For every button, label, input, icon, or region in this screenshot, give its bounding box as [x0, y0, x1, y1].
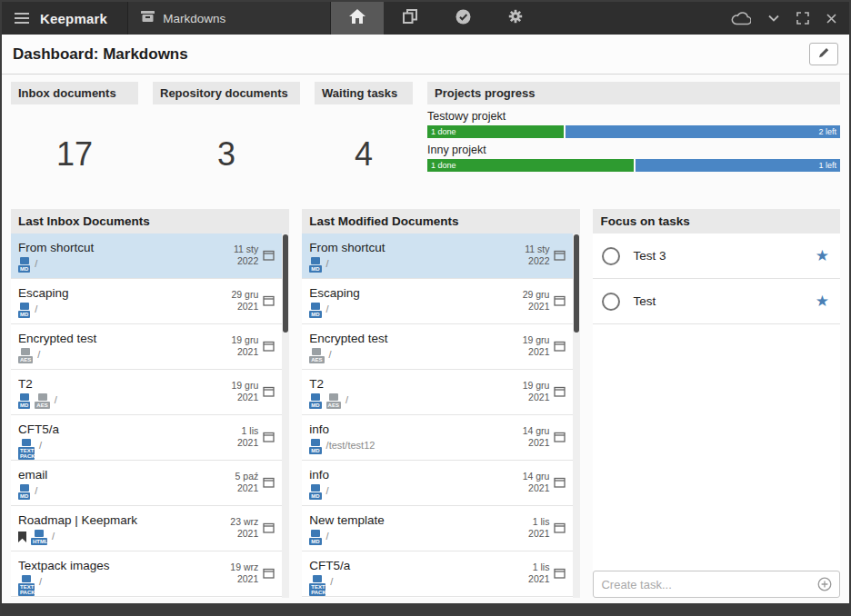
- open-in-window-icon[interactable]: [263, 295, 275, 306]
- scrollbar-thumb[interactable]: [574, 234, 579, 333]
- document-row[interactable]: T2MDAES/19 gru2021: [11, 370, 289, 415]
- dashboard-columns: Last Inbox Documents From shortcutMD/11 …: [2, 202, 849, 603]
- nav-tasks-button[interactable]: [436, 2, 489, 35]
- menu-icon[interactable]: [2, 13, 40, 24]
- document-row[interactable]: EscapingMD/29 gru2021: [302, 279, 580, 324]
- filetype-md-icon: MD: [309, 393, 321, 409]
- filetype-aes-icon: AES: [309, 348, 324, 363]
- document-title: New template: [309, 513, 528, 527]
- document-row[interactable]: New templateMD/1 lis2021: [302, 506, 580, 551]
- open-in-window-icon[interactable]: [554, 568, 566, 579]
- scrollbar-thumb[interactable]: [283, 234, 288, 333]
- open-in-window-icon[interactable]: [263, 341, 275, 352]
- stat-repository-documents: Repository documents 3: [153, 82, 300, 202]
- document-date: 5 paź2021: [235, 471, 259, 494]
- file-icon: [313, 575, 322, 582]
- document-path: /: [35, 303, 37, 314]
- document-path: /: [37, 349, 40, 360]
- workspace-tab-label: Markdowns: [163, 12, 225, 25]
- task-checkbox[interactable]: [602, 247, 620, 265]
- workspace-tab-markdowns[interactable]: Markdowns: [127, 2, 331, 35]
- filetype-html-icon: HTML: [31, 530, 47, 545]
- maximize-icon[interactable]: [796, 12, 809, 25]
- open-in-window-icon[interactable]: [554, 477, 566, 488]
- app-title: Keepmark: [40, 11, 107, 26]
- document-date: 1 lis2021: [237, 425, 258, 449]
- progress-done-segment: 1 done: [427, 159, 634, 172]
- document-row[interactable]: CFT5/aTEXT PACK/1 lis2021: [302, 551, 580, 597]
- document-title: Encrypted test: [309, 332, 522, 345]
- document-row[interactable]: CFT5/aTEXT PACK/1 lis2021: [11, 415, 289, 461]
- open-in-window-icon[interactable]: [554, 250, 566, 261]
- open-in-window-icon[interactable]: [263, 432, 275, 442]
- open-in-window-icon[interactable]: [554, 432, 566, 442]
- open-in-window-icon[interactable]: [263, 250, 275, 261]
- document-title: T2: [309, 377, 522, 391]
- document-row[interactable]: Encrypted testAES/19 gru2021: [302, 324, 580, 370]
- stat-label: Waiting tasks: [315, 82, 413, 104]
- create-task-bar: [593, 571, 840, 598]
- document-row[interactable]: Roadmap | KeepmarkHTML/23 wrz2021: [11, 506, 289, 551]
- main-nav: [331, 2, 542, 35]
- task-rows: Test 3★Test★: [593, 233, 840, 324]
- gear-icon: [507, 8, 524, 28]
- document-row[interactable]: Textpack imagesTEXT PACK/19 wrz2021: [11, 551, 289, 597]
- open-in-window-icon[interactable]: [263, 568, 275, 579]
- task-row[interactable]: Test★: [593, 279, 840, 324]
- filetype-bookmark-icon: [18, 530, 26, 542]
- cloud-sync-icon[interactable]: [731, 12, 751, 25]
- document-row[interactable]: From shortcutMD/11 sty2022: [11, 233, 289, 279]
- filetype-md-icon: MD: [309, 484, 321, 500]
- scrollbar-track[interactable]: [282, 233, 289, 598]
- chevron-down-icon[interactable]: [768, 15, 779, 22]
- file-icon: [35, 530, 44, 537]
- tasks-body: Test 3★Test★: [593, 233, 840, 598]
- favorite-star-icon[interactable]: ★: [816, 293, 829, 309]
- filetype-aes-icon: AES: [18, 348, 33, 363]
- open-in-window-icon[interactable]: [263, 522, 275, 533]
- open-in-window-icon[interactable]: [263, 386, 275, 397]
- document-date: 1 lis2021: [528, 516, 549, 540]
- scrollbar-track[interactable]: [573, 233, 580, 598]
- task-row[interactable]: Test 3★: [593, 233, 840, 279]
- document-row[interactable]: infoMD/14 gru2021: [302, 461, 580, 506]
- nav-home-button[interactable]: [331, 2, 384, 35]
- document-row[interactable]: emailMD/5 paź2021: [11, 461, 289, 506]
- document-row[interactable]: infoMD/test/test1214 gru2021: [302, 415, 580, 461]
- task-checkbox[interactable]: [602, 293, 620, 311]
- document-row[interactable]: T2MDAES/19 gru2021: [302, 370, 580, 415]
- document-row[interactable]: From shortcutMD/11 sty2022: [302, 233, 580, 279]
- document-date: 29 gru2021: [231, 289, 258, 313]
- file-icon: [20, 393, 29, 401]
- close-icon[interactable]: [826, 14, 836, 24]
- filetype-aes-icon: AES: [326, 393, 341, 409]
- document-title: info: [309, 468, 522, 482]
- document-row[interactable]: EscapingMD/29 gru2021: [11, 279, 289, 324]
- document-date: 11 sty2022: [525, 243, 549, 267]
- document-row[interactable]: Encrypted testAES/19 gru2021: [11, 324, 289, 370]
- panel-title: Last Modified Documents: [302, 209, 580, 233]
- filetype-md-icon: MD: [18, 393, 30, 409]
- open-in-window-icon[interactable]: [554, 295, 566, 306]
- edit-dashboard-button[interactable]: [809, 43, 838, 65]
- create-task-input[interactable]: [601, 578, 817, 591]
- open-in-window-icon[interactable]: [554, 522, 566, 533]
- open-in-window-icon[interactable]: [554, 341, 566, 352]
- document-path: /: [326, 485, 329, 496]
- open-in-window-icon[interactable]: [554, 386, 566, 397]
- nav-settings-button[interactable]: [489, 2, 542, 35]
- add-task-icon[interactable]: [817, 577, 832, 591]
- project-name: Inny projekt: [427, 144, 840, 156]
- favorite-star-icon[interactable]: ★: [816, 248, 829, 263]
- file-icon: [311, 303, 320, 310]
- file-icon: [311, 484, 320, 492]
- page-title: Dashboard: Markdowns: [13, 45, 809, 64]
- nav-documents-button[interactable]: [384, 2, 436, 35]
- open-in-window-icon[interactable]: [263, 477, 275, 488]
- stats-row: Inbox documents 17 Repository documents …: [2, 75, 849, 202]
- document-date: 19 wrz2021: [230, 561, 258, 585]
- bookmark-icon: [18, 532, 26, 542]
- document-path: /: [55, 394, 57, 405]
- document-date: 23 wrz2021: [230, 516, 258, 540]
- file-icon: [20, 303, 29, 310]
